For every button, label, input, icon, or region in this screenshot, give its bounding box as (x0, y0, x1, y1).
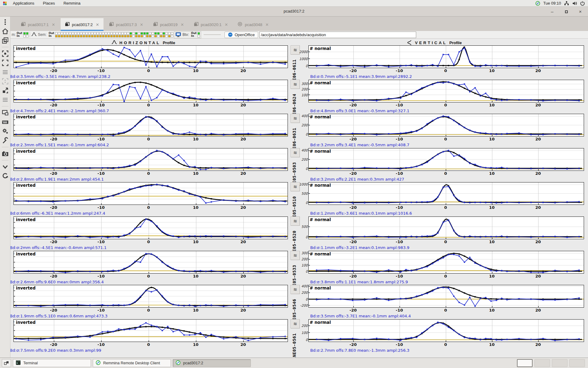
status-checkbox[interactable] (135, 32, 138, 35)
status-checkbox[interactable] (113, 35, 115, 37)
status-checkbox[interactable] (88, 35, 91, 37)
status-checkbox[interactable] (143, 32, 146, 35)
left-status-squares[interactable] (23, 32, 28, 37)
status-checkbox[interactable] (124, 32, 126, 35)
status-checkbox[interactable] (152, 35, 154, 37)
status-checkbox[interactable] (168, 35, 171, 37)
profile-plot[interactable]: # inverted (13, 148, 288, 171)
profile-plot[interactable]: # inverted (13, 217, 288, 239)
status-checkbox[interactable] (132, 32, 135, 35)
status-checkbox[interactable] (121, 35, 124, 37)
window-titlebar[interactable]: pcad3017:2 – × (0, 7, 588, 17)
path-input[interactable] (259, 32, 416, 38)
status-checkbox[interactable] (72, 35, 74, 37)
status-checkbox[interactable] (141, 32, 143, 35)
btv-status-squares[interactable] (198, 32, 200, 37)
status-checkbox[interactable] (102, 35, 104, 37)
status-checkbox[interactable] (55, 35, 58, 37)
status-checkbox[interactable] (116, 32, 118, 35)
profile-plot[interactable]: # normal (308, 45, 584, 68)
clock[interactable]: Tue 09:10 (543, 1, 561, 6)
status-checkbox[interactable] (72, 32, 74, 35)
preferences-icon[interactable] (1, 128, 9, 135)
status-checkbox[interactable] (55, 32, 58, 35)
status-checkbox[interactable] (132, 35, 135, 37)
fullscreen-icon[interactable] (1, 59, 9, 67)
status-checkbox[interactable] (149, 35, 151, 37)
tab-close-icon[interactable]: ✕ (225, 22, 228, 27)
status-checkbox[interactable] (143, 35, 146, 37)
profile-plot[interactable]: # normal (308, 80, 584, 102)
status-checkbox[interactable] (163, 32, 165, 35)
profile-plot[interactable]: # normal (308, 114, 584, 136)
status-checkbox[interactable] (130, 35, 132, 37)
status-checkbox[interactable] (141, 35, 143, 37)
profile-plot[interactable]: # inverted (13, 285, 288, 308)
tab-pcad3019[interactable]: pcad3019✕ (149, 18, 188, 31)
tab-pcad3048[interactable]: pcad3048✕ (233, 18, 273, 31)
profile-plot[interactable]: # inverted (13, 182, 288, 205)
profile-plot[interactable]: # normal (308, 251, 584, 274)
status-checkbox[interactable] (77, 35, 80, 37)
status-checkbox[interactable] (154, 35, 157, 37)
status-checkbox[interactable] (152, 32, 154, 35)
profile-plot[interactable]: # inverted (13, 80, 288, 102)
status-checkbox[interactable] (99, 35, 102, 37)
status-checkbox[interactable] (61, 32, 63, 35)
status-checkbox[interactable] (165, 35, 168, 37)
status-checkbox[interactable] (91, 35, 93, 37)
status-checkbox[interactable] (146, 35, 149, 37)
status-checkbox[interactable] (94, 35, 96, 37)
keyboard-icon[interactable] (1, 118, 9, 126)
status-checkbox[interactable] (66, 35, 69, 37)
maximize-button[interactable] (562, 8, 570, 15)
profile-plot[interactable]: # inverted (13, 114, 288, 136)
status-checkbox[interactable] (69, 32, 71, 35)
profile-plot[interactable]: # inverted (13, 319, 288, 342)
status-checkbox[interactable] (157, 35, 160, 37)
status-checkbox[interactable] (58, 35, 60, 37)
status-checkbox[interactable] (85, 32, 88, 35)
power-icon[interactable] (580, 1, 585, 6)
status-checkbox[interactable] (165, 32, 168, 35)
status-checkbox[interactable] (105, 35, 107, 37)
workspace-1[interactable] (517, 359, 533, 367)
status-checkbox[interactable] (80, 35, 82, 37)
status-checkbox[interactable] (198, 35, 200, 37)
tools-icon[interactable] (1, 137, 9, 144)
tab-close-icon[interactable]: ✕ (52, 22, 55, 27)
tab-close-icon[interactable]: ✕ (140, 22, 143, 27)
home-icon[interactable] (1, 28, 9, 35)
status-checkbox[interactable] (107, 32, 110, 35)
status-checkbox[interactable] (138, 32, 140, 35)
minimize-button[interactable]: – (548, 8, 556, 15)
status-checkbox[interactable] (23, 32, 26, 35)
status-checkbox[interactable] (105, 32, 107, 35)
tab-close-icon[interactable]: ✕ (181, 22, 184, 27)
status-checkbox[interactable] (130, 32, 132, 35)
network-icon[interactable] (564, 1, 569, 6)
multi-monitor-icon[interactable] (1, 109, 9, 117)
profile-plot[interactable]: # normal (308, 285, 584, 308)
window-switcher-button[interactable] (2, 359, 11, 367)
menu-icon[interactable] (1, 18, 9, 26)
status-checkbox[interactable] (102, 32, 104, 35)
profile-plot[interactable]: # normal (308, 319, 584, 342)
openoffice-button[interactable]: OpenOffice (224, 32, 258, 38)
status-checkbox[interactable] (163, 35, 165, 37)
status-checkbox[interactable] (74, 32, 77, 35)
status-checkbox[interactable] (138, 35, 140, 37)
status-checkbox[interactable] (66, 32, 69, 35)
taskbar-item-remmina-remote-desktop-client[interactable]: Remmina Remote Desktop Client (93, 359, 171, 367)
resize-lines-icon[interactable] (1, 68, 9, 76)
status-checkbox[interactable] (146, 32, 149, 35)
status-checkbox[interactable] (110, 32, 113, 35)
grab-lines-icon[interactable] (1, 96, 9, 103)
status-checkbox[interactable] (63, 32, 66, 35)
top-menu-remmina[interactable]: Remmina (59, 1, 85, 6)
status-checkbox[interactable] (94, 32, 96, 35)
screenshot-icon[interactable] (1, 150, 9, 157)
sem-checkbox-grid[interactable] (55, 32, 173, 37)
status-checkbox[interactable] (171, 32, 173, 35)
tab-close-icon[interactable]: ✕ (96, 22, 99, 27)
